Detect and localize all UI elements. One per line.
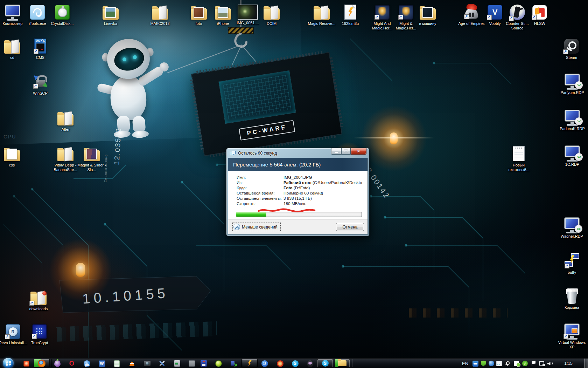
- explorer-folder-icon: [338, 360, 346, 366]
- desktop-icon-steam[interactable]: Steam: [557, 36, 586, 60]
- taskbar-separator: [52, 359, 52, 367]
- desktop-icon-1c-rdp[interactable]: 1C.RDP: [558, 143, 587, 167]
- skype-icon[interactable]: S: [291, 359, 299, 368]
- desktop-icon-cd[interactable]: cd: [0, 36, 27, 60]
- orange-led-glow: [360, 105, 427, 172]
- grey-app-icon[interactable]: [173, 359, 181, 368]
- tools-icon[interactable]: [158, 359, 166, 368]
- rdp-monitor-icon: [558, 71, 587, 89]
- thunderbird-icon[interactable]: [83, 359, 91, 368]
- maximize-button[interactable]: [341, 148, 351, 155]
- photo-folder-icon: [77, 144, 106, 162]
- desktop-icon-hlsw[interactable]: HLSW: [525, 2, 554, 26]
- desktop-icon-cms[interactable]: CMS CMS: [26, 36, 55, 60]
- desktop-icon-after[interactable]: After: [51, 108, 80, 132]
- recycle-bin-icon: [557, 286, 587, 304]
- robot-graphic: [82, 28, 188, 161]
- screen: PC-WARE 10.10155 12.03542 13.00142 GPU C…: [0, 0, 588, 368]
- word-icon[interactable]: W: [98, 359, 106, 368]
- messenger-tray-icon[interactable]: [513, 360, 519, 367]
- volume-tray-icon[interactable]: [547, 360, 553, 367]
- desktop-icon-v-mashinu[interactable]: в машину: [413, 2, 442, 26]
- red-underline-annotation: [257, 207, 316, 214]
- desktop-icon-vitaly-depp[interactable]: Vitaly Depp - BananaStre...: [51, 144, 80, 172]
- desktop-icon-playlist[interactable]: 192k.m3u: [336, 2, 365, 26]
- desktop-icon-revo[interactable]: R Revo Uninstall...: [0, 321, 28, 345]
- desktop-icon-parfyum-rdp[interactable]: Parfyum.RDP: [558, 71, 587, 95]
- row-label: Оставшееся время:: [237, 191, 284, 196]
- desktop-icon-padonak-rdp[interactable]: PadonaK.RDP: [558, 107, 587, 131]
- desktop-icon-downloads[interactable]: downloads: [24, 287, 53, 311]
- steam-tray-icon[interactable]: [504, 360, 511, 367]
- desktop-icon-css[interactable]: css: [0, 144, 27, 168]
- photo-folder-icon: [96, 2, 125, 20]
- desktop-icon-recycle-bin[interactable]: Корзина: [557, 286, 587, 310]
- camera-app-icon[interactable]: [143, 359, 151, 368]
- action-center-flag-icon[interactable]: [530, 360, 537, 367]
- firefox-taskbar-button[interactable]: [34, 359, 50, 368]
- row-value: 3 838 (15,1 ГБ): [284, 196, 312, 201]
- skype-taskbar-button[interactable]: S: [317, 359, 333, 368]
- desktop-icon-maks2013[interactable]: МАКС2013: [145, 2, 175, 26]
- desktop-icon-dcim[interactable]: DCIM: [257, 2, 286, 26]
- row-label: Оставшиеся элементы:: [237, 196, 284, 201]
- desktop-icon-putty[interactable]: putty: [557, 251, 587, 275]
- shield-check-tray-icon[interactable]: [522, 360, 528, 367]
- whiteboard-tray-icon[interactable]: [496, 360, 502, 367]
- penguin-app-icon[interactable]: [306, 359, 314, 368]
- rdp-monitor-icon: [557, 215, 587, 233]
- desktop-icon-new-text-file[interactable]: Новый текстовый...: [504, 144, 533, 172]
- rdp-monitor-icon: [558, 107, 587, 125]
- rdp-monitor-icon: [558, 143, 587, 161]
- row-value: Рабочий стол (C:\Users\PadonaK\Deskto: [284, 180, 362, 185]
- less-details-button[interactable]: Меньше сведений: [232, 223, 281, 231]
- desktop-icon-linevka[interactable]: Linevka: [96, 2, 125, 26]
- steam-icon: [557, 36, 586, 54]
- taskbar-recorder-icon[interactable]: [22, 359, 30, 368]
- winamp-taskbar-button[interactable]: [241, 359, 258, 368]
- blue-orb-tray-icon[interactable]: [488, 360, 495, 367]
- mirc-icon[interactable]: [214, 359, 223, 368]
- explorer-taskbar-button[interactable]: [335, 359, 350, 368]
- desktop-icon-wagner-rdp[interactable]: Wagner.RDP: [557, 215, 587, 239]
- notepad-icon[interactable]: [113, 359, 121, 368]
- blue-badge-app-icon[interactable]: 11: [260, 359, 269, 368]
- dialog-footer: Меньше сведений Отмена: [228, 219, 368, 234]
- vlc-icon[interactable]: [128, 359, 136, 368]
- dialog-details: Имя:IMG_2004.JPG Из:Рабочий стол (C:\Use…: [228, 171, 368, 206]
- network-tray-icon[interactable]: [539, 360, 545, 367]
- teamviewer-tray-icon[interactable]: [472, 360, 478, 367]
- tor-browser-icon[interactable]: [53, 359, 62, 368]
- windows-logo-icon: [6, 361, 11, 366]
- cancel-button[interactable]: Отмена: [336, 223, 364, 231]
- document-folder-icon: [0, 144, 27, 162]
- folder-icon: [307, 2, 336, 20]
- minimize-button[interactable]: [331, 148, 341, 155]
- dialog-header: Перемещение 5 564 элем. (20,2 ГБ): [228, 158, 368, 171]
- desktop-icon-crystaldisk[interactable]: CrystalDisk...: [48, 2, 77, 26]
- downloads-folder-icon: [24, 287, 53, 306]
- desktop-icon-truecrypt[interactable]: TrueCrypt: [25, 321, 54, 345]
- hlsw-icon: [525, 2, 554, 20]
- start-button[interactable]: [3, 358, 14, 368]
- grey-app-icon-2[interactable]: [188, 359, 196, 368]
- row-label: Куда:: [237, 185, 284, 191]
- red-ring-app-icon[interactable]: [276, 359, 284, 368]
- wallpaper-gpu-text: GPU: [4, 134, 16, 139]
- total-commander-icon[interactable]: [200, 359, 208, 368]
- close-button[interactable]: [351, 148, 366, 155]
- desktop[interactable]: PC-WARE 10.10155 12.03542 13.00142 GPU C…: [0, 0, 588, 358]
- desktop-icon-magnit-slider[interactable]: Magnit & Slider - Sla...: [77, 144, 106, 172]
- desktop-icon-virtual-xp[interactable]: Virtual Windows XP: [557, 321, 587, 349]
- antivirus-shield-icon[interactable]: [480, 360, 486, 367]
- taskbar-clock[interactable]: 1:15: [559, 359, 578, 368]
- capacitor-row: [402, 308, 507, 318]
- show-desktop-button[interactable]: [584, 359, 588, 368]
- opera-icon[interactable]: O: [68, 359, 76, 368]
- row-value: Примерно 60 секунд: [284, 191, 323, 196]
- language-indicator[interactable]: EN: [461, 359, 470, 368]
- download-manager-icon[interactable]: [230, 359, 238, 368]
- desktop-icon-winscp[interactable]: WinSCP: [26, 72, 55, 96]
- dialog-body: Перемещение 5 564 элем. (20,2 ГБ) Имя:IM…: [228, 158, 368, 234]
- desktop-icon-magic-recovery[interactable]: Magic Recove...: [307, 2, 336, 26]
